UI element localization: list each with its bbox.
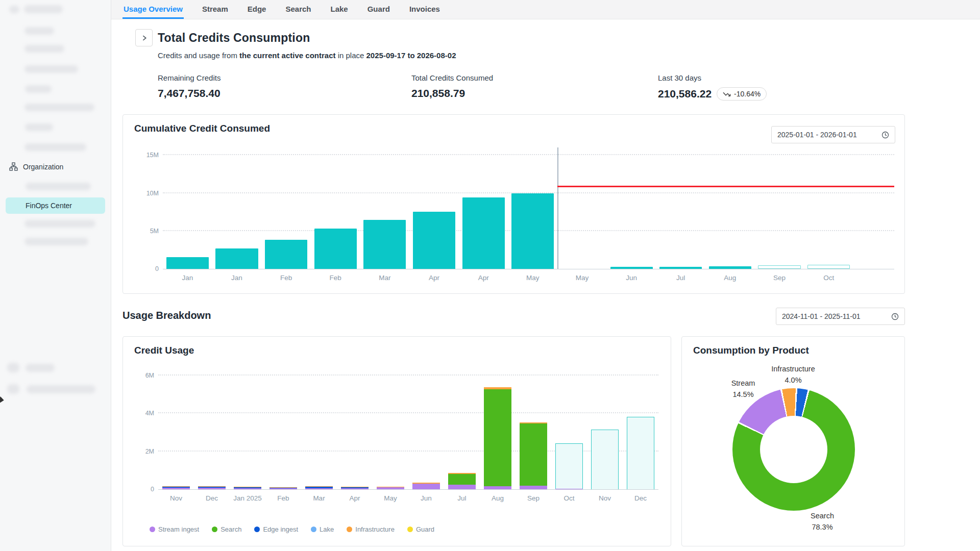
- legend-item[interactable]: Stream ingest: [150, 525, 199, 533]
- bar-slot[interactable]: Mar: [301, 362, 337, 489]
- stacked-bar[interactable]: [412, 483, 440, 489]
- bar-slot[interactable]: Jun: [408, 362, 444, 489]
- bar-slot[interactable]: Jan: [212, 148, 262, 269]
- bar-slot[interactable]: Jan: [163, 148, 212, 269]
- stacked-bar[interactable]: [198, 486, 226, 489]
- sidebar-icon-blurred[interactable]: [7, 384, 19, 394]
- stacked-bar[interactable]: [520, 422, 548, 489]
- x-axis-label: Jan: [212, 274, 262, 282]
- cumulative-bar[interactable]: [807, 265, 850, 269]
- stacked-bar[interactable]: [341, 487, 369, 489]
- legend-item[interactable]: Guard: [407, 525, 434, 533]
- legend-item[interactable]: Lake: [311, 525, 334, 533]
- bar-slot[interactable]: Apr: [459, 148, 508, 269]
- tab-invoices[interactable]: Invoices: [408, 0, 441, 19]
- bar-slot[interactable]: Feb: [265, 362, 301, 489]
- x-axis-label: Feb: [261, 274, 311, 282]
- stacked-bar[interactable]: [377, 487, 405, 489]
- x-axis-label: Mar: [360, 274, 410, 282]
- bar-slot[interactable]: Apr: [409, 148, 459, 269]
- stacked-bar[interactable]: [448, 473, 476, 489]
- bar-slot[interactable]: May: [373, 362, 408, 489]
- y-axis-tick: 2M: [145, 448, 154, 455]
- tab-search[interactable]: Search: [284, 0, 312, 19]
- stacked-bar[interactable]: [162, 486, 190, 489]
- forecast-bar[interactable]: [591, 430, 619, 489]
- sidebar-icon-blurred[interactable]: [7, 363, 19, 372]
- legend-item[interactable]: Search: [212, 525, 241, 533]
- cumulative-bar[interactable]: [363, 220, 406, 269]
- cumulative-bar[interactable]: [659, 267, 702, 269]
- tab-usage-overview[interactable]: Usage Overview: [122, 0, 184, 19]
- bar-slot[interactable]: Nov: [158, 362, 194, 489]
- bar-slot[interactable]: Dec: [194, 362, 230, 489]
- cumulative-bar[interactable]: [265, 240, 307, 269]
- forecast-bar[interactable]: [627, 417, 655, 489]
- stacked-bar[interactable]: [305, 486, 333, 489]
- cumulative-plot: 0 5M 10M 15M JanJanFebFebMarAprAprMayMay…: [163, 148, 894, 269]
- bar-slot[interactable]: Dec: [623, 362, 658, 489]
- bar-slot[interactable]: Nov: [587, 362, 623, 489]
- sidebar-item-blurred[interactable]: [26, 183, 91, 190]
- sidebar-item-finops-center[interactable]: FinOps Center: [6, 197, 105, 214]
- expand-section-button[interactable]: [135, 29, 153, 46]
- sidebar-item-blurred[interactable]: [24, 5, 63, 13]
- bar-slot[interactable]: May: [557, 148, 607, 269]
- stacked-bar[interactable]: [270, 487, 298, 489]
- stacked-bar[interactable]: [234, 487, 262, 489]
- cumulative-bar[interactable]: [314, 229, 357, 269]
- bar-slot[interactable]: Jun: [607, 148, 656, 269]
- sidebar-item-blurred[interactable]: [24, 27, 54, 35]
- date-range-picker[interactable]: 2024-11-01 - 2025-11-01: [776, 308, 905, 325]
- chart-title: Credit Usage: [134, 345, 194, 356]
- stacked-bar[interactable]: [484, 387, 512, 489]
- tab-guard[interactable]: Guard: [366, 0, 391, 19]
- bar-slot[interactable]: Feb: [261, 148, 311, 269]
- cumulative-bar[interactable]: [758, 265, 800, 269]
- sidebar-item-blurred[interactable]: [24, 220, 95, 228]
- sidebar-item-blurred[interactable]: [24, 45, 64, 53]
- sidebar-item-blurred[interactable]: [25, 123, 53, 131]
- sidebar-item-blurred[interactable]: [26, 364, 55, 372]
- bar-slot[interactable]: Mar: [360, 148, 410, 269]
- tab-stream[interactable]: Stream: [201, 0, 229, 19]
- bar-slot[interactable]: Oct: [804, 148, 853, 269]
- cumulative-bar[interactable]: [166, 257, 209, 269]
- credit-usage-plot: 0 2M 4M 6M NovDecJan 2025FebMarAprMayJun…: [158, 362, 658, 490]
- legend-item[interactable]: Edge ingest: [254, 525, 298, 533]
- sidebar-item-blurred[interactable]: [24, 65, 78, 73]
- cumulative-bar[interactable]: [709, 266, 751, 269]
- bar-slot[interactable]: Aug: [480, 362, 516, 489]
- bar-slot[interactable]: May: [508, 148, 557, 269]
- sidebar-item-blurred[interactable]: [27, 385, 95, 393]
- bar-slot[interactable]: Feb: [311, 148, 360, 269]
- bar-slot[interactable]: Sep: [755, 148, 804, 269]
- bar-slot[interactable]: Oct: [551, 362, 587, 489]
- bar-slot[interactable]: Aug: [705, 148, 755, 269]
- bar-slot[interactable]: Jan 2025: [230, 362, 265, 489]
- bar-slot[interactable]: Sep: [516, 362, 551, 489]
- bar-slot[interactable]: Jul: [444, 362, 480, 489]
- cumulative-bar[interactable]: [215, 248, 258, 269]
- sidebar-item-blurred[interactable]: [9, 6, 19, 13]
- forecast-bar[interactable]: [555, 443, 583, 489]
- sidebar-item-organization[interactable]: Organization: [9, 162, 63, 171]
- sidebar-item-blurred[interactable]: [25, 85, 52, 93]
- donut-chart[interactable]: [732, 388, 855, 511]
- cumulative-bar[interactable]: [511, 193, 554, 269]
- date-range-picker[interactable]: 2025-01-01 - 2026-01-01: [771, 126, 895, 143]
- stacked-bar[interactable]: [555, 489, 583, 489]
- sidebar-item-blurred[interactable]: [24, 238, 88, 245]
- sidebar-item-blurred[interactable]: [24, 143, 86, 151]
- bar-slot[interactable]: Jul: [656, 148, 705, 269]
- legend-dot-icon: [311, 527, 316, 532]
- tab-lake[interactable]: Lake: [330, 0, 349, 19]
- legend-item[interactable]: Infrastructure: [347, 525, 395, 533]
- bar-slot[interactable]: Apr: [337, 362, 373, 489]
- cumulative-bar[interactable]: [462, 197, 505, 269]
- cumulative-bar[interactable]: [610, 267, 653, 269]
- cumulative-bar[interactable]: [413, 212, 455, 269]
- x-axis-label: Dec: [623, 494, 658, 502]
- tab-edge[interactable]: Edge: [247, 0, 267, 19]
- sidebar-item-blurred[interactable]: [24, 104, 94, 111]
